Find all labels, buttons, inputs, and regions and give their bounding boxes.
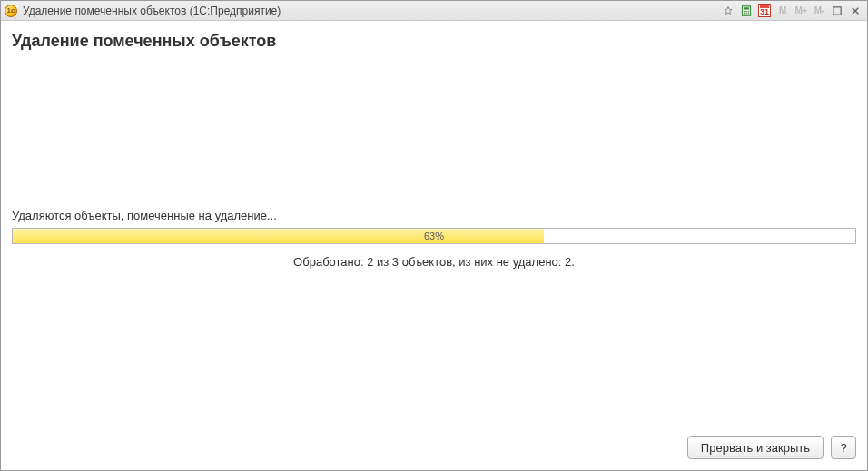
svg-rect-8 [833,6,841,14]
calendar-icon[interactable]: 31 [756,4,773,18]
progress-container: 63% [12,228,856,244]
window-frame: 1c Удаление помеченных объектов (1С:Пред… [0,0,868,471]
maximize-icon[interactable] [829,4,845,18]
progress-bar: 63% [12,228,856,244]
summary-text: Обработано: 2 из 3 объектов, из них не у… [8,255,860,269]
titlebar: 1c Удаление помеченных объектов (1С:Пред… [1,1,867,21]
calculator-icon[interactable] [738,4,755,18]
svg-rect-1 [744,7,749,9]
window-title: Удаление помеченных объектов (1С:Предпри… [23,5,281,17]
svg-point-2 [744,11,745,13]
svg-point-7 [748,13,750,15]
close-icon[interactable] [847,4,863,18]
status-text: Удаляются объекты, помеченные на удалени… [12,209,860,222]
progress-label: 63% [13,229,855,243]
page-title: Удаление помеченных объектов [12,32,860,51]
abort-close-button[interactable]: Прервать и закрыть [687,436,824,459]
empty-space [8,58,860,209]
memory-m-button[interactable]: M [774,4,791,18]
favorites-icon[interactable] [720,4,736,18]
footer-buttons: Прервать и закрыть ? [8,432,860,461]
content-area: Удаление помеченных объектов Удаляются о… [1,21,867,470]
help-button[interactable]: ? [831,436,856,459]
svg-point-4 [748,11,750,13]
app-1c-icon: 1c [5,5,17,17]
titlebar-tools-group: 31 M M+ M- [720,4,863,18]
svg-point-3 [745,11,747,13]
memory-mplus-button[interactable]: M+ [793,4,809,18]
svg-point-6 [745,13,747,15]
svg-point-5 [744,13,745,15]
memory-mminus-button[interactable]: M- [811,4,827,18]
